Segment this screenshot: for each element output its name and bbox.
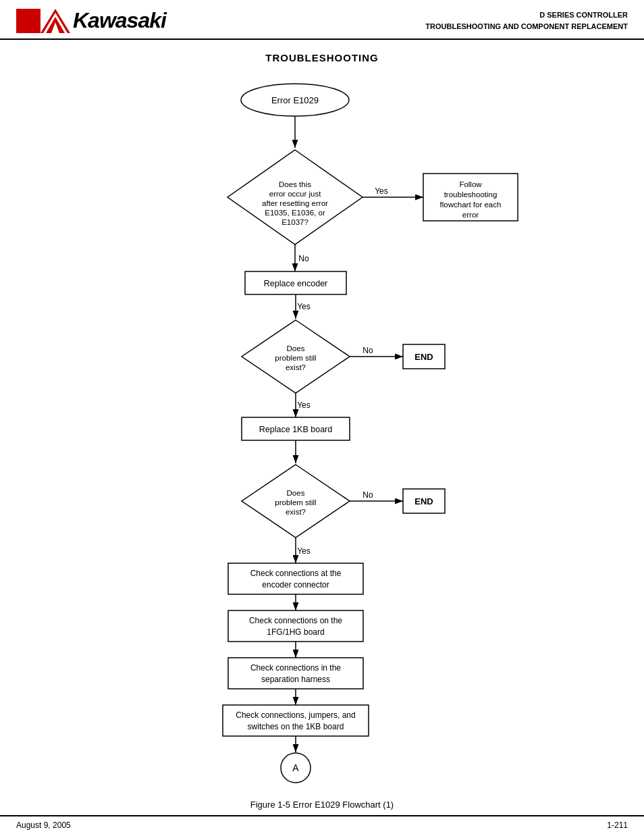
- svg-text:after resetting error: after resetting error: [262, 199, 328, 207]
- logo-k-letter: K: [73, 8, 88, 32]
- svg-text:A: A: [292, 762, 299, 773]
- svg-text:Replace 1KB board: Replace 1KB board: [259, 425, 332, 434]
- footer-page: 1-211: [607, 820, 628, 830]
- svg-text:Does: Does: [287, 344, 305, 353]
- svg-text:END: END: [414, 496, 433, 506]
- figure-caption: Figure 1-5 Error E1029 Flowchart (1): [0, 800, 644, 810]
- svg-text:Replace encoder: Replace encoder: [264, 279, 328, 288]
- svg-text:Check connections, jumpers, an: Check connections, jumpers, and: [236, 710, 355, 720]
- svg-text:Does this: Does this: [279, 180, 311, 188]
- series-title: D SERIES CONTROLLER: [425, 9, 628, 21]
- svg-text:Yes: Yes: [297, 400, 311, 410]
- svg-rect-61: [223, 705, 369, 736]
- svg-rect-57: [228, 658, 363, 689]
- svg-text:error occur just: error occur just: [269, 190, 321, 198]
- logo: Kawasaki: [16, 8, 166, 33]
- section-title: TROUBLESHOOTING AND COMPONENT REPLACEMEN…: [425, 21, 628, 32]
- flowchart-container: Error E1029 Does this error occur just a…: [86, 70, 558, 793]
- svg-text:exist?: exist?: [286, 508, 306, 516]
- svg-rect-49: [228, 563, 363, 594]
- svg-text:separation harness: separation harness: [261, 675, 330, 684]
- svg-text:No: No: [298, 254, 309, 263]
- svg-text:Check connections in the: Check connections in the: [250, 663, 341, 673]
- page-title: TROUBLESHOOTING: [0, 52, 644, 63]
- logo-text: Kawasaki: [73, 8, 166, 33]
- svg-text:error: error: [462, 211, 479, 219]
- svg-text:1FG/1HG board: 1FG/1HG board: [267, 627, 324, 637]
- svg-text:troubleshooting: troubleshooting: [444, 190, 498, 199]
- header: Kawasaki D SERIES CONTROLLER TROUBLESHOO…: [0, 0, 644, 40]
- svg-text:flowchart for each: flowchart for each: [440, 201, 502, 209]
- svg-text:Check connections at the: Check connections at the: [250, 569, 342, 578]
- svg-text:E1037?: E1037?: [281, 218, 308, 226]
- logo-red-block: [16, 9, 41, 33]
- svg-text:Error E1029: Error E1029: [271, 95, 319, 105]
- svg-text:problem still: problem still: [275, 498, 316, 506]
- svg-text:Yes: Yes: [297, 302, 311, 311]
- svg-text:encoder connector: encoder connector: [262, 580, 329, 590]
- flowchart-svg: Error E1029 Does this error occur just a…: [113, 70, 531, 786]
- svg-text:Follow: Follow: [459, 180, 482, 188]
- svg-text:No: No: [363, 346, 373, 355]
- svg-text:switches on the 1KB board: switches on the 1KB board: [248, 722, 344, 731]
- svg-rect-53: [228, 610, 363, 642]
- svg-text:Does: Does: [287, 489, 305, 497]
- header-info: D SERIES CONTROLLER TROUBLESHOOTING AND …: [425, 9, 628, 32]
- svg-text:END: END: [414, 352, 433, 362]
- svg-text:No: No: [363, 490, 373, 500]
- svg-text:Check connections on the: Check connections on the: [249, 616, 342, 625]
- footer: August 9, 2005 1-211: [0, 815, 644, 834]
- svg-text:Yes: Yes: [375, 186, 388, 196]
- footer-date: August 9, 2005: [16, 820, 71, 830]
- svg-text:Yes: Yes: [297, 546, 311, 556]
- svg-text:exist?: exist?: [286, 363, 306, 371]
- kawasaki-arrow-icon: [41, 9, 70, 33]
- svg-text:problem still: problem still: [275, 354, 316, 362]
- svg-text:E1035, E1036, or: E1035, E1036, or: [265, 209, 325, 217]
